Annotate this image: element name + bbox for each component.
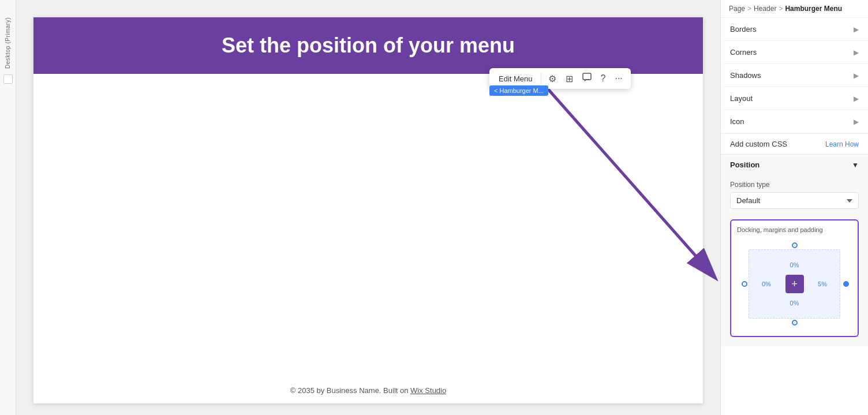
position-type-select[interactable]: Default Fixed Sticky — [730, 192, 859, 209]
settings-icon-button[interactable]: ⚙ — [546, 72, 559, 85]
sidebar-page-icon[interactable] — [3, 74, 13, 84]
docking-handle-right[interactable] — [843, 281, 849, 287]
docking-center-button[interactable]: + — [785, 275, 804, 293]
layout-icon: ⊞ — [566, 73, 573, 84]
docking-right-value: 5% — [818, 281, 827, 287]
icon-arrow: ▶ — [854, 118, 859, 126]
position-header[interactable]: Position ▼ — [721, 155, 868, 175]
main-area: Set the position of your menu © 2035 by … — [16, 0, 720, 415]
layout-icon-button[interactable]: ⊞ — [563, 72, 575, 85]
breadcrumb-current: Hamburger Menu — [785, 5, 842, 13]
docking-inner-box: 0% 0% 0% 5% + — [749, 249, 840, 319]
docking-handle-top[interactable] — [792, 242, 798, 248]
canvas-area: Set the position of your menu © 2035 by … — [16, 0, 720, 415]
footer-link[interactable]: Wix Studio — [410, 386, 446, 395]
page-header-banner: Set the position of your menu — [33, 17, 703, 74]
hamburger-menu-tag[interactable]: < Hamburger M... — [489, 85, 548, 96]
custom-css-row: Add custom CSS Learn How — [721, 133, 868, 154]
breadcrumb-sep2: > — [779, 5, 783, 13]
comment-icon-button[interactable] — [580, 72, 594, 85]
breadcrumb-page: Page — [729, 5, 745, 13]
page-footer: © 2035 by Business Name. Built on Wix St… — [33, 386, 703, 395]
page-header-title: Set the position of your menu — [222, 33, 515, 58]
icon-label: Icon — [730, 117, 744, 126]
docking-label: Docking, margins and padding — [737, 226, 852, 233]
position-content: Position type Default Fixed Sticky — [721, 175, 868, 215]
svg-rect-0 — [583, 73, 591, 80]
position-header-arrow: ▼ — [852, 161, 859, 169]
footer-text: © 2035 by Business Name. Built on — [290, 386, 410, 395]
comment-icon — [582, 73, 592, 84]
sidebar-label: Desktop (Primary) — [5, 17, 11, 69]
right-panel: Page > Header > Hamburger Menu Borders ▶… — [720, 0, 868, 415]
docking-widget: 0% 0% 0% 5% + — [737, 238, 852, 330]
menu-item-borders[interactable]: Borders ▶ — [721, 18, 868, 41]
corners-label: Corners — [730, 48, 757, 57]
docking-handle-left[interactable] — [742, 281, 747, 287]
docking-left-value: 0% — [762, 281, 771, 287]
shadows-label: Shadows — [730, 71, 761, 80]
breadcrumb-header: Header — [754, 5, 776, 13]
breadcrumb: Page > Header > Hamburger Menu — [721, 0, 868, 18]
docking-section: Docking, margins and padding 0% 0% 0% 5% — [730, 219, 859, 337]
borders-arrow: ▶ — [854, 25, 859, 33]
docking-plus-icon: + — [791, 278, 798, 290]
menu-item-shadows[interactable]: Shadows ▶ — [721, 64, 868, 87]
position-section: Position ▼ Position type Default Fixed S… — [721, 154, 868, 346]
help-icon: ? — [601, 73, 606, 84]
left-sidebar: Desktop (Primary) — [0, 0, 16, 415]
breadcrumb-sep1: > — [747, 5, 751, 13]
layout-label: Layout — [730, 94, 753, 103]
docking-bottom-value: 0% — [790, 300, 799, 306]
docking-handle-bottom[interactable] — [792, 320, 798, 326]
shadows-arrow: ▶ — [854, 72, 859, 80]
custom-css-label: Add custom CSS — [730, 140, 787, 148]
menu-item-layout[interactable]: Layout ▶ — [721, 87, 868, 110]
more-icon: ··· — [615, 73, 622, 84]
borders-label: Borders — [730, 25, 757, 33]
docking-top-value: 0% — [790, 261, 799, 268]
settings-icon: ⚙ — [548, 73, 556, 84]
learn-how-link[interactable]: Learn How — [825, 140, 859, 148]
toolbar-divider — [541, 73, 541, 84]
position-header-label: Position — [730, 160, 760, 169]
menu-item-corners[interactable]: Corners ▶ — [721, 41, 868, 64]
position-type-label: Position type — [730, 181, 859, 189]
more-icon-button[interactable]: ··· — [612, 72, 624, 85]
help-icon-button[interactable]: ? — [598, 72, 608, 85]
menu-item-icon[interactable]: Icon ▶ — [721, 110, 868, 133]
layout-arrow: ▶ — [854, 95, 859, 103]
edit-menu-button[interactable]: Edit Menu — [495, 73, 536, 84]
corners-arrow: ▶ — [854, 48, 859, 57]
